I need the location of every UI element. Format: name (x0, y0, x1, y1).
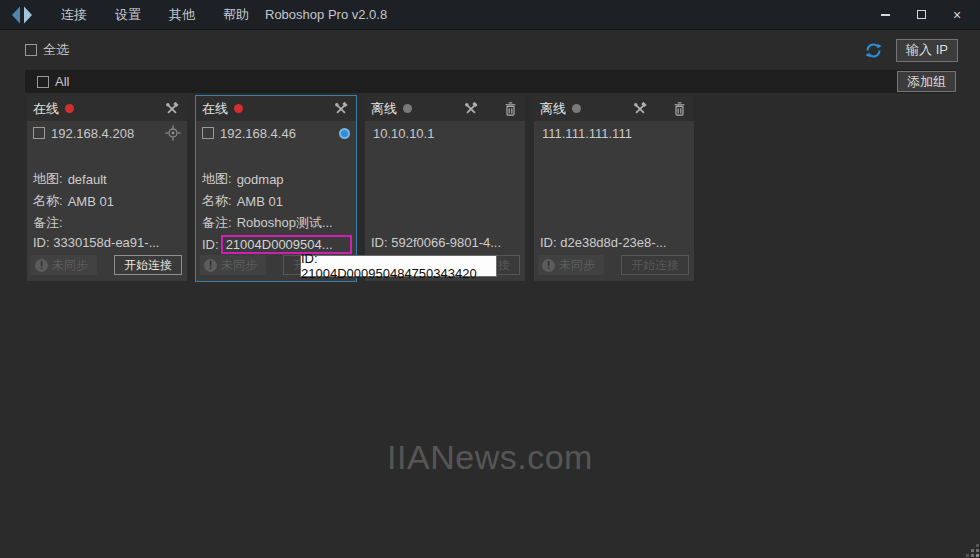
trash-icon[interactable] (673, 102, 686, 116)
window-controls: × (872, 4, 980, 26)
menu-connect[interactable]: 连接 (47, 0, 101, 30)
status-label: 在线 (202, 100, 228, 118)
sync-label: 未同步 (559, 257, 595, 274)
watermark-text: IIANews.com (0, 438, 980, 477)
map-field: 地图: godmap (202, 170, 352, 188)
sync-status-button: ! 未同步 (538, 255, 604, 275)
warning-icon: ! (542, 259, 555, 272)
robot-ip: 192.168.4.208 (51, 126, 134, 141)
note-field: 备注: (33, 214, 183, 232)
name-field: 名称: AMB 01 (33, 192, 183, 210)
refresh-icon (864, 41, 883, 60)
app-window: 连接 设置 其他 帮助 Roboshop Pro v2.0.8 × 全选 输入 … (0, 0, 980, 558)
ip-row: 10.10.10.1 (371, 122, 519, 144)
sync-status-button: ! 未同步 (200, 255, 266, 275)
add-group-button[interactable]: 添加组 (897, 71, 956, 92)
id-field: ID: 3330158d-ea91-... (33, 235, 183, 250)
card-header: 离线 (534, 96, 694, 121)
name-value: AMB 01 (68, 194, 114, 209)
group-all-label: All (55, 74, 69, 89)
id-value: ID: d2e38d8d-23e8-... (540, 235, 666, 250)
status-label: 在线 (33, 100, 59, 118)
title-bar: 连接 设置 其他 帮助 Roboshop Pro v2.0.8 × (0, 0, 980, 30)
minimize-button[interactable] (872, 4, 898, 26)
online-status-dot (234, 104, 243, 113)
note-value: Roboshop测试... (237, 214, 333, 232)
note-label: 备注: (33, 214, 63, 232)
name-label: 名称: (202, 192, 232, 210)
group-all-checkbox[interactable] (37, 76, 49, 88)
card-header: 在线 (196, 96, 356, 121)
note-label: 备注: (202, 214, 232, 232)
id-value: ID: 592f0066-9801-4... (371, 235, 501, 250)
menu-settings[interactable]: 设置 (101, 0, 155, 30)
ip-row: 192.168.4.208 (33, 122, 181, 144)
warning-icon: ! (35, 259, 48, 272)
online-status-dot (65, 104, 74, 113)
tools-icon[interactable] (165, 102, 179, 116)
locate-icon-active[interactable] (339, 128, 350, 139)
locate-icon[interactable] (165, 125, 181, 141)
map-label: 地图: (202, 170, 232, 188)
group-bar: All 添加组 (25, 70, 956, 93)
map-value: godmap (237, 172, 284, 187)
name-label: 名称: (33, 192, 63, 210)
robot-ip: 10.10.10.1 (373, 126, 434, 141)
app-logo-icon (11, 6, 33, 24)
toolbar: 全选 输入 IP (0, 31, 980, 69)
id-field: ID: 592f0066-9801-4... (371, 235, 521, 250)
name-value: AMB 01 (237, 194, 283, 209)
offline-status-dot (572, 104, 581, 113)
ip-row: 111.111.111.111 (540, 122, 688, 144)
trash-icon[interactable] (504, 102, 517, 116)
refresh-button[interactable] (864, 41, 883, 60)
robot-ip: 192.168.4.46 (220, 126, 296, 141)
resize-grip[interactable] (971, 549, 974, 552)
map-label: 地图: (33, 170, 63, 188)
sync-label: 未同步 (52, 257, 88, 274)
menu-bar: 连接 设置 其他 帮助 (47, 0, 263, 30)
select-all-label: 全选 (43, 41, 69, 59)
start-connect-button[interactable]: 开始连接 (621, 255, 689, 275)
close-button[interactable]: × (944, 4, 970, 26)
map-value: default (68, 172, 107, 187)
status-label: 离线 (371, 100, 397, 118)
id-field: ID: d2e38d8d-23e8-... (540, 235, 690, 250)
maximize-button[interactable] (908, 4, 934, 26)
input-ip-button[interactable]: 输入 IP (896, 39, 958, 62)
ip-row: 192.168.4.46 (202, 122, 350, 144)
minimize-icon (881, 14, 890, 16)
menu-other[interactable]: 其他 (155, 0, 209, 30)
id-label: ID: (202, 237, 219, 252)
offline-status-dot (403, 104, 412, 113)
note-field: 备注: Roboshop测试... (202, 214, 352, 232)
window-title: Roboshop Pro v2.0.8 (265, 7, 387, 22)
warning-icon: ! (204, 259, 217, 272)
robot-card-4[interactable]: 离线 (534, 96, 694, 281)
select-all-checkbox[interactable] (25, 44, 37, 56)
menu-help[interactable]: 帮助 (209, 0, 263, 30)
robot-checkbox[interactable] (202, 127, 214, 139)
tools-icon[interactable] (334, 102, 348, 116)
map-field: 地图: default (33, 170, 183, 188)
start-connect-button[interactable]: 开始连接 (114, 255, 182, 275)
robot-card-1[interactable]: 在线 192.168.4.208 (27, 96, 187, 281)
card-header: 在线 (27, 96, 187, 121)
maximize-icon (917, 10, 926, 19)
name-field: 名称: AMB 01 (202, 192, 352, 210)
robot-ip: 111.111.111.111 (542, 126, 632, 141)
tools-icon[interactable] (464, 102, 478, 116)
robot-checkbox[interactable] (33, 127, 45, 139)
tools-icon[interactable] (633, 102, 647, 116)
sync-label: 未同步 (221, 257, 257, 274)
sync-status-button: ! 未同步 (31, 255, 97, 275)
card-header: 离线 (365, 96, 525, 121)
status-label: 离线 (540, 100, 566, 118)
id-value: ID: 3330158d-ea91-... (33, 235, 159, 250)
id-tooltip: ID: 21004D000950484750343420 (300, 255, 497, 277)
